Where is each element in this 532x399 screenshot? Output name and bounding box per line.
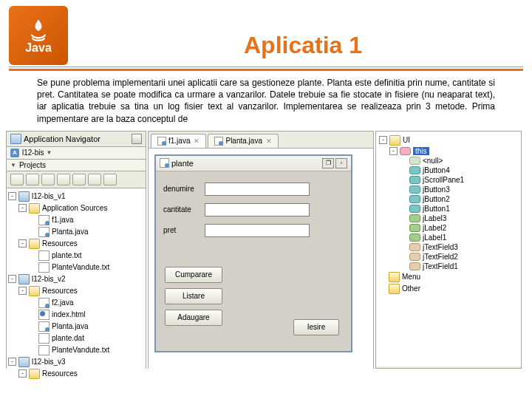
navigator-toolbar (7, 171, 146, 188)
expand-toggle[interactable]: - (18, 204, 27, 212)
tree-label: PlanteVandute.txt (52, 263, 109, 271)
toolbar-button[interactable] (41, 174, 55, 185)
close-icon[interactable]: ✕ (266, 137, 272, 145)
tree-node[interactable]: plante.dat (8, 332, 144, 344)
tree-label: PlanteVandute.txt (52, 346, 109, 354)
page-title: Aplicatia 1 (83, 32, 523, 65)
toolbar-button[interactable] (10, 174, 24, 185)
component-label: Menu (402, 273, 420, 281)
action-button[interactable]: Adaugare (165, 310, 222, 326)
frame-titlebar[interactable]: plante ❐ ▫ (156, 156, 351, 171)
folder-b-icon (18, 274, 30, 284)
expand-toggle[interactable]: - (8, 192, 16, 200)
editor-panel: f1.java✕Planta.java✕ plante ❐ ▫ denumire… (148, 131, 374, 369)
component-node[interactable]: -UI (379, 134, 518, 146)
txt-icon (38, 250, 50, 261)
component-node[interactable]: jTextField2 (379, 252, 518, 262)
java-icon (38, 215, 50, 225)
component-icon (409, 224, 420, 232)
tree-node[interactable]: -l12-bis_v2 (8, 273, 144, 285)
panel-control-icon[interactable] (132, 134, 142, 144)
projects-label: Projects (19, 161, 46, 169)
tree-node[interactable]: -Application Sources (8, 202, 144, 214)
tree-node[interactable]: Planta.java (8, 226, 144, 238)
tree-node[interactable]: -Resources (8, 285, 144, 297)
tree-node[interactable]: plante.txt (8, 250, 144, 262)
projects-row[interactable]: ▼ Projects (7, 160, 146, 171)
component-label: jLabel1 (423, 233, 446, 242)
tab-label: f1.java (168, 137, 190, 145)
tree-label: index.html (52, 310, 86, 318)
tree-node[interactable]: PlanteVandute.txt (8, 344, 144, 356)
field-label: denumire (163, 185, 205, 193)
component-node[interactable]: jLabel3 (379, 214, 518, 223)
expand-toggle[interactable]: - (389, 147, 398, 155)
folder-icon (389, 272, 400, 282)
expand-toggle[interactable]: - (18, 369, 27, 378)
component-node[interactable]: -this (379, 146, 518, 156)
expand-toggle[interactable]: - (379, 136, 387, 144)
component-node[interactable]: jButton2 (379, 194, 518, 204)
tree-node[interactable]: Planta.java (8, 321, 144, 332)
toolbar-button[interactable] (72, 174, 86, 185)
tree-node[interactable]: -Resources (8, 238, 144, 250)
folder-b-icon (18, 357, 30, 367)
toolbar-button[interactable] (103, 174, 117, 185)
project-tree[interactable]: -l12-bis_v1-Application Sourcesf1.javaPl… (7, 188, 146, 379)
tree-node[interactable]: PlanteVandute.txt (8, 262, 144, 273)
expand-toggle[interactable]: - (8, 358, 16, 366)
app-navigator-panel: Application Navigator A l12-bis ▼ ▼ Proj… (6, 131, 146, 369)
component-node[interactable]: jScrollPane1 (379, 175, 518, 185)
tree-node[interactable]: index.html (8, 309, 144, 321)
design-canvas[interactable]: plante ❐ ▫ denumirecantitatepret Cumpara… (149, 149, 373, 375)
tree-label: Resources (42, 369, 78, 378)
exit-button[interactable]: Iesire (293, 319, 339, 335)
text-input[interactable] (205, 183, 310, 196)
navigator-header: Application Navigator (7, 132, 146, 147)
component-node[interactable]: jButton3 (379, 185, 518, 194)
text-input[interactable] (205, 224, 310, 237)
action-button[interactable]: Cumparare (165, 267, 222, 283)
component-node[interactable]: Other (379, 283, 518, 295)
editor-tab[interactable]: Planta.java✕ (208, 134, 278, 148)
component-label: jButton3 (423, 185, 450, 194)
component-icon (409, 195, 420, 203)
expand-toggle[interactable]: - (8, 275, 16, 283)
close-icon[interactable]: ✕ (194, 137, 200, 145)
tree-node[interactable]: -Resources (8, 368, 144, 379)
component-label: <null> (423, 157, 443, 165)
component-tree[interactable]: -UI-this<null>jButton4jScrollPane1jButto… (376, 132, 521, 366)
action-button[interactable]: Listare (165, 288, 222, 304)
component-node[interactable]: Menu (379, 271, 518, 283)
internal-frame[interactable]: plante ❐ ▫ denumirecantitatepret Cumpara… (154, 154, 352, 352)
expand-toggle[interactable]: - (18, 287, 27, 295)
tab-label: Planta.java (225, 137, 262, 145)
project-selector[interactable]: A l12-bis ▼ (7, 147, 146, 160)
component-node[interactable]: jButton1 (379, 204, 518, 214)
tree-node[interactable]: f2.java (8, 297, 144, 309)
component-node[interactable]: jTextField1 (379, 262, 518, 271)
component-node[interactable]: jButton4 (379, 166, 518, 175)
folder-icon (29, 203, 40, 214)
tree-label: Resources (42, 239, 78, 248)
editor-tab[interactable]: f1.java✕ (151, 134, 206, 148)
toolbar-button[interactable] (26, 174, 39, 185)
tree-node[interactable]: -l12-bis_v3 (8, 356, 144, 368)
component-label: jLabel3 (423, 214, 446, 222)
maximize-icon[interactable]: ❐ (322, 158, 334, 168)
component-node[interactable]: jTextField3 (379, 242, 518, 252)
description-text: Se pune problema implementarii unei apli… (0, 77, 532, 131)
toolbar-button[interactable] (57, 174, 70, 185)
text-input[interactable] (205, 203, 310, 216)
restore-icon[interactable]: ▫ (335, 158, 347, 168)
tree-label: f1.java (52, 216, 73, 224)
component-node[interactable]: jLabel1 (379, 233, 518, 242)
tree-node[interactable]: f1.java (8, 214, 144, 226)
component-node[interactable]: <null> (379, 156, 518, 166)
expand-toggle[interactable]: - (18, 239, 27, 248)
tree-node[interactable]: -l12-bis_v1 (8, 191, 144, 202)
tree-label: l12-bis_v1 (32, 192, 66, 200)
component-label: Other (402, 284, 420, 293)
component-node[interactable]: jLabel2 (379, 223, 518, 233)
toolbar-button[interactable] (88, 174, 101, 185)
